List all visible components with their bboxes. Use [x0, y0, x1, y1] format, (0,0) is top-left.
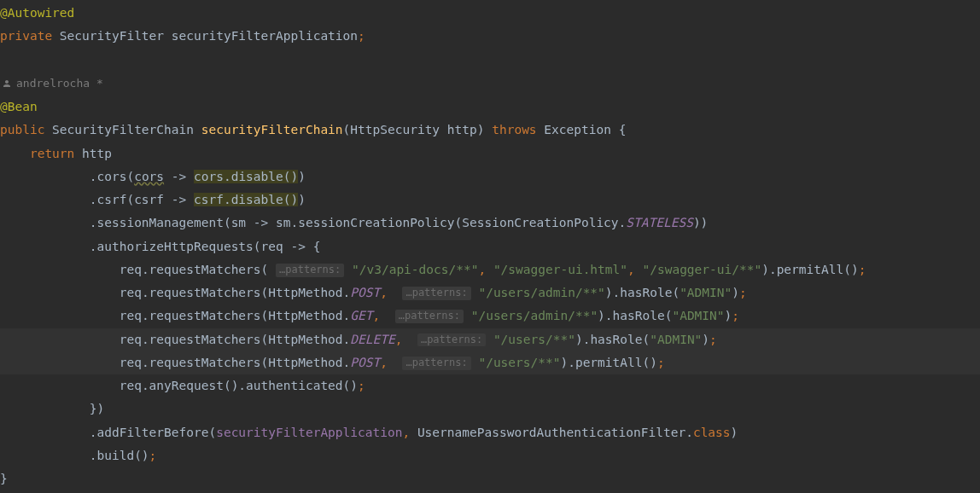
string-literal: "/users/admin/**"	[471, 309, 598, 322]
enum-const: POST	[350, 286, 380, 299]
keyword-private: private	[0, 29, 60, 43]
enum-const: STATELESS	[626, 216, 693, 229]
param-name: http	[447, 123, 477, 136]
param-type: HttpSecurity	[350, 123, 447, 136]
inlay-hint[interactable]: …patterns:	[402, 357, 470, 370]
code-line-current: req.requestMatchers(HttpMethod.POST, …pa…	[0, 351, 980, 374]
keyword-return: return	[30, 147, 82, 160]
return-type: SecurityFilterChain	[52, 123, 201, 136]
string-literal: "/users/**"	[493, 333, 575, 346]
code-line: @Autowired	[0, 2, 980, 25]
string-literal: "/users/**"	[478, 356, 560, 369]
code-line: @Bean	[0, 96, 980, 119]
keyword-class: class	[693, 426, 731, 439]
code-line: req.requestMatchers(HttpMethod.DELETE, ……	[0, 328, 980, 351]
code-line: private SecurityFilter securityFilterApp…	[0, 25, 980, 48]
code-line: })	[0, 397, 980, 420]
code-line: .addFilterBefore(securityFilterApplicati…	[0, 421, 980, 444]
keyword-public: public	[0, 123, 52, 136]
code-line: }	[0, 467, 980, 490]
person-icon	[2, 78, 12, 89]
enum-const: POST	[350, 356, 380, 369]
author-name: andrelrocha *	[16, 73, 103, 94]
semicolon: ;	[358, 29, 365, 43]
string-literal: "ADMIN"	[650, 333, 702, 346]
string-literal: "/swagger-ui/**"	[642, 263, 761, 276]
enum-const: DELETE	[350, 333, 394, 346]
squiggle-warning: cors	[134, 170, 164, 183]
inlay-hint[interactable]: …patterns:	[402, 287, 470, 300]
inspection-highlight: csrf.disable()	[194, 193, 298, 206]
code-line: req.anyRequest().authenticated();	[0, 374, 980, 397]
code-line: req.requestMatchers(HttpMethod.POST, …pa…	[0, 281, 980, 304]
code-line: public SecurityFilterChain securityFilte…	[0, 119, 980, 142]
inspection-highlight: cors.disable()	[194, 170, 298, 183]
code-line: req.requestMatchers( …patterns: "/v3/api…	[0, 258, 980, 281]
code-line: .csrf(csrf -> csrf.disable())	[0, 188, 980, 212]
code-line: .build();	[0, 444, 980, 467]
exception-type: Exception	[544, 123, 618, 136]
string-literal: "/users/admin/**"	[478, 286, 604, 299]
inlay-hint[interactable]: …patterns:	[417, 334, 486, 347]
string-literal: "/swagger-ui.html"	[493, 263, 627, 276]
type-name: SecurityFilter	[60, 29, 172, 43]
code-line: req.requestMatchers(HttpMethod.GET, …pat…	[0, 304, 980, 328]
inlay-hint[interactable]: …patterns:	[276, 264, 344, 277]
string-literal: "ADMIN"	[672, 309, 724, 322]
enum-const: GET	[350, 309, 372, 322]
field-name: securityFilterApplication	[172, 29, 358, 43]
keyword-throws: throws	[492, 123, 544, 136]
string-literal: "ADMIN"	[680, 286, 732, 299]
annotation: @Bean	[0, 100, 38, 113]
method-name: securityFilterChain	[201, 123, 343, 136]
author-annotation[interactable]: andrelrocha *	[0, 72, 980, 96]
code-line: .cors(cors -> cors.disable())	[0, 165, 980, 188]
field-ref: securityFilterApplication	[216, 426, 402, 439]
annotation: @Autowired	[0, 6, 74, 20]
string-literal: "/v3/api-docs/**"	[352, 263, 478, 276]
code-line: .authorizeHttpRequests(req -> {	[0, 235, 980, 258]
blank-line	[0, 49, 980, 72]
code-line: .sessionManagement(sm -> sm.sessionCreat…	[0, 212, 980, 235]
code-line: return http	[0, 142, 980, 165]
inlay-hint[interactable]: …patterns:	[395, 310, 464, 323]
code-editor[interactable]: @Autowired private SecurityFilter securi…	[0, 2, 980, 490]
